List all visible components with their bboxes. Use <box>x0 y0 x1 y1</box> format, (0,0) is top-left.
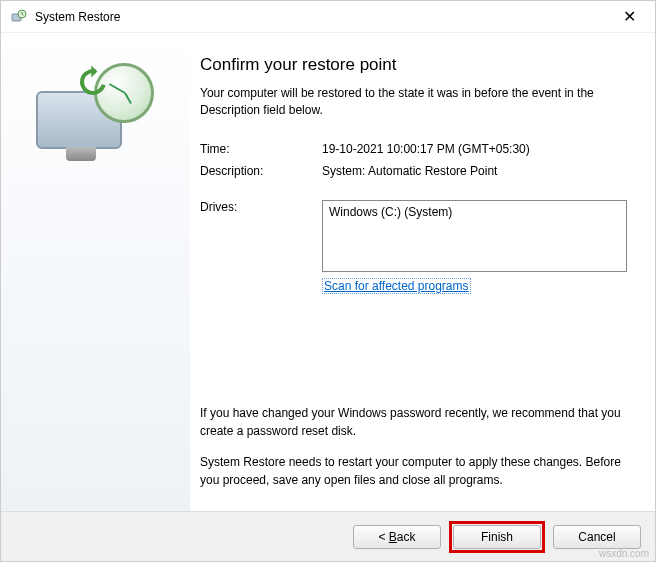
time-row: Time: 19-10-2021 10:00:17 PM (GMT+05:30) <box>200 142 627 156</box>
back-button[interactable]: < Back <box>353 525 441 549</box>
watermark: wsxdn.com <box>599 548 649 559</box>
finish-button[interactable]: Finish <box>453 525 541 549</box>
scan-affected-programs-link[interactable]: Scan for affected programs <box>322 278 471 294</box>
titlebar: System Restore ✕ <box>1 1 655 33</box>
system-restore-icon <box>11 9 27 25</box>
main-panel: Confirm your restore point Your computer… <box>190 33 655 511</box>
description-value: System: Automatic Restore Point <box>322 164 627 178</box>
finish-highlight: Finish <box>449 521 545 553</box>
system-restore-illustration <box>36 63 156 183</box>
footer: < Back Finish Cancel wsxdn.com <box>1 511 655 561</box>
drives-column: Windows (C:) (System) Scan for affected … <box>322 200 627 294</box>
drives-label: Drives: <box>200 200 322 294</box>
restart-note: System Restore needs to restart your com… <box>200 454 627 489</box>
sidebar <box>1 33 190 511</box>
cancel-button[interactable]: Cancel <box>553 525 641 549</box>
window-title: System Restore <box>35 10 609 24</box>
time-value: 19-10-2021 10:00:17 PM (GMT+05:30) <box>322 142 627 156</box>
description-label: Description: <box>200 164 322 178</box>
close-button[interactable]: ✕ <box>609 7 649 26</box>
time-label: Time: <box>200 142 322 156</box>
page-subtitle: Your computer will be restored to the st… <box>200 85 627 120</box>
drives-list[interactable]: Windows (C:) (System) <box>322 200 627 272</box>
drive-item[interactable]: Windows (C:) (System) <box>329 205 620 219</box>
page-heading: Confirm your restore point <box>200 55 627 75</box>
drives-row: Drives: Windows (C:) (System) Scan for a… <box>200 200 627 294</box>
content-area: Confirm your restore point Your computer… <box>1 33 655 511</box>
password-note: If you have changed your Windows passwor… <box>200 405 627 440</box>
description-row: Description: System: Automatic Restore P… <box>200 164 627 178</box>
